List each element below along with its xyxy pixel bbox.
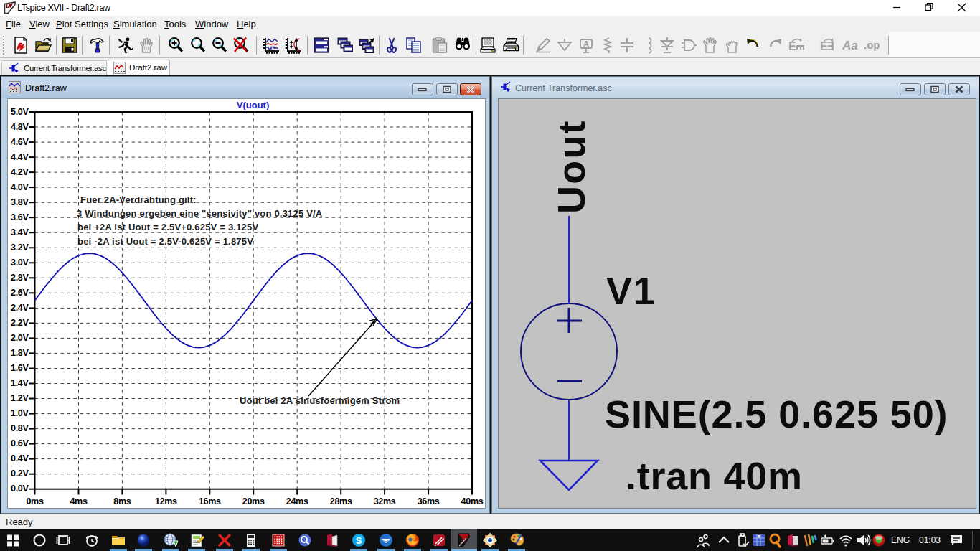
- svg-text:E: E: [788, 40, 796, 52]
- svg-text:2.6V: 2.6V: [11, 288, 29, 298]
- svg-text:4ms: 4ms: [70, 496, 87, 507]
- svg-text:4.6V: 4.6V: [11, 137, 29, 147]
- svg-text:3.2V: 3.2V: [11, 242, 29, 253]
- svg-text:1.8V: 1.8V: [11, 348, 29, 358]
- svg-text:24ms: 24ms: [286, 496, 308, 507]
- svg-text:0.0V: 0.0V: [11, 484, 29, 494]
- svg-text:2.0V: 2.0V: [11, 333, 29, 343]
- svg-text:3.8V: 3.8V: [11, 197, 29, 207]
- svg-text:Aa: Aa: [842, 39, 858, 52]
- svg-text:1.4V: 1.4V: [11, 378, 29, 388]
- svg-text:S: S: [356, 535, 362, 546]
- svg-text:Fuer 2A-Verdrahtung gilt:: Fuer 2A-Verdrahtung gilt:: [80, 194, 197, 205]
- svg-text:3.4V: 3.4V: [11, 227, 29, 237]
- svg-text:36ms: 36ms: [418, 496, 440, 507]
- svg-text:3.0V: 3.0V: [11, 258, 29, 268]
- svg-text:4.2V: 4.2V: [11, 167, 29, 177]
- svg-text:.op: .op: [864, 39, 880, 51]
- svg-text:8ms: 8ms: [113, 496, 131, 507]
- svg-text:1.2V: 1.2V: [11, 393, 29, 403]
- svg-text:E: E: [826, 40, 834, 52]
- svg-text:V(uout): V(uout): [237, 100, 269, 110]
- svg-text:4.0V: 4.0V: [11, 182, 29, 192]
- svg-text:1.6V: 1.6V: [11, 363, 29, 373]
- svg-text:28ms: 28ms: [330, 496, 352, 507]
- svg-text:40ms: 40ms: [461, 496, 484, 507]
- svg-text:0.2V: 0.2V: [11, 469, 29, 479]
- svg-text:bei +2A ist Uout = 2.5V+0.625V: bei +2A ist Uout = 2.5V+0.625V = 3.125V: [77, 222, 258, 232]
- svg-text:A: A: [583, 39, 589, 48]
- svg-text:4.8V: 4.8V: [11, 122, 29, 132]
- svg-text:2.8V: 2.8V: [11, 273, 29, 283]
- svg-text:0.4V: 0.4V: [11, 453, 29, 463]
- svg-text:bei -2A ist Uout = 2.5V-0.625V: bei -2A ist Uout = 2.5V-0.625V = 1.875V: [77, 236, 253, 247]
- svg-text:12ms: 12ms: [155, 496, 177, 507]
- svg-text:0.6V: 0.6V: [11, 438, 29, 448]
- svg-text:Uout bei 2A sinusfoermigem Str: Uout bei 2A sinusfoermigem Strom: [240, 395, 400, 406]
- svg-text:3 Windungen ergeben eine "sens: 3 Windungen ergeben eine "sensivity" von…: [77, 208, 323, 219]
- svg-text:3.6V: 3.6V: [11, 212, 29, 222]
- svg-text:V1: V1: [606, 269, 656, 312]
- svg-text:32ms: 32ms: [374, 496, 396, 507]
- svg-text:2.4V: 2.4V: [11, 303, 29, 313]
- svg-text:.tran 40m: .tran 40m: [626, 454, 803, 497]
- svg-text:1.0V: 1.0V: [11, 408, 29, 418]
- svg-text:0.8V: 0.8V: [11, 423, 29, 433]
- svg-text:20ms: 20ms: [242, 496, 265, 507]
- svg-text:5.0V: 5.0V: [11, 107, 29, 117]
- svg-text:16ms: 16ms: [199, 496, 221, 507]
- svg-text:4.4V: 4.4V: [11, 152, 29, 162]
- svg-text:2.2V: 2.2V: [11, 318, 29, 328]
- svg-text:0ms: 0ms: [26, 496, 43, 507]
- svg-text:SINE(2.5 0.625 50): SINE(2.5 0.625 50): [605, 392, 948, 435]
- svg-text:Uout: Uout: [550, 119, 593, 214]
